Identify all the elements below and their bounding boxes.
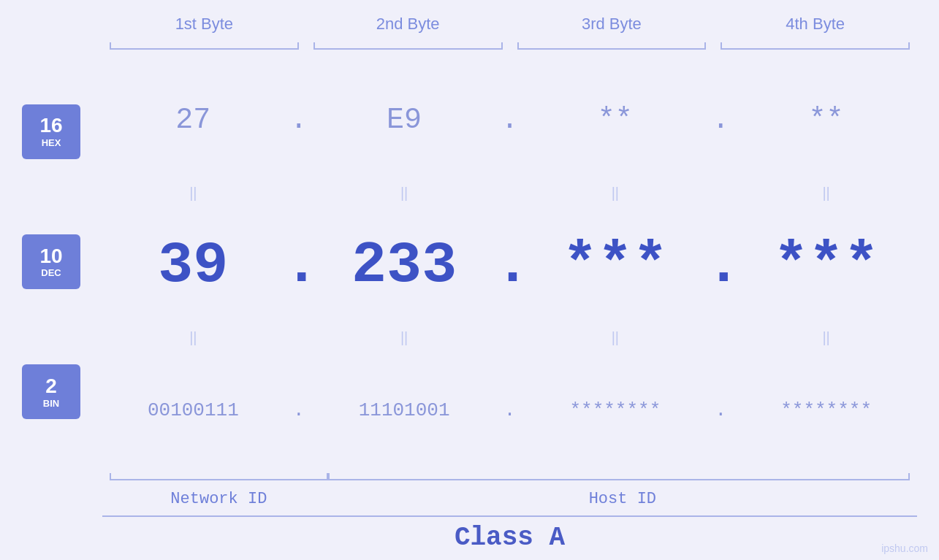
bin-dot1: . bbox=[284, 399, 313, 421]
byte-header-3: 3rd Byte bbox=[510, 15, 714, 34]
dec-label: DEC bbox=[41, 267, 61, 278]
eq2-b1: || bbox=[102, 329, 284, 346]
dec-number: 10 bbox=[39, 245, 62, 268]
bin-badge: 2 BIN bbox=[22, 364, 80, 419]
eq-divider-2: || || || || bbox=[102, 326, 917, 349]
dec-badge: 10 DEC bbox=[22, 234, 80, 289]
hex-row: 27 . E9 . ** . ** bbox=[102, 59, 917, 182]
badges-column: 16 HEX 10 DEC 2 BIN bbox=[22, 59, 102, 472]
eq1-b4: || bbox=[735, 185, 917, 202]
bin-dot2: . bbox=[495, 399, 525, 421]
bracket-1 bbox=[102, 41, 306, 55]
byte-header-2: 2nd Byte bbox=[306, 15, 510, 34]
bracket-3 bbox=[510, 41, 714, 55]
top-brackets bbox=[102, 41, 917, 55]
byte-headers: 1st Byte 2nd Byte 3rd Byte 4th Byte bbox=[102, 15, 939, 34]
eq1-b2: || bbox=[313, 185, 495, 202]
bottom-brackets bbox=[102, 472, 917, 486]
hex-label: HEX bbox=[42, 137, 61, 148]
eq2-b3: || bbox=[525, 329, 707, 346]
bin-dot3: . bbox=[706, 399, 735, 421]
bracket-2 bbox=[306, 41, 510, 55]
network-id-label: Network ID bbox=[102, 490, 328, 508]
class-bracket-area: Class A bbox=[102, 515, 917, 553]
host-bracket bbox=[328, 472, 917, 486]
bottom-area: Network ID Host ID bbox=[102, 472, 917, 508]
hex-byte4: ** bbox=[735, 104, 917, 137]
bin-byte1: 00100111 bbox=[102, 399, 284, 421]
dec-byte4: *** bbox=[735, 232, 917, 299]
bin-label: BIN bbox=[43, 398, 59, 409]
eq1-b1: || bbox=[102, 185, 284, 202]
bracket-4 bbox=[713, 41, 917, 55]
hex-badge: 16 HEX bbox=[22, 104, 80, 159]
bottom-labels: Network ID Host ID bbox=[102, 490, 917, 508]
bin-byte2: 11101001 bbox=[313, 399, 495, 421]
website-label: ipshu.com bbox=[881, 542, 928, 554]
eq1-b3: || bbox=[525, 185, 707, 202]
eq2-b4: || bbox=[735, 329, 917, 346]
dec-row: 39 . 233 . *** . *** bbox=[102, 204, 917, 327]
byte-header-4: 4th Byte bbox=[713, 15, 917, 34]
class-bracket-line bbox=[102, 515, 917, 517]
hex-byte1: 27 bbox=[102, 104, 284, 137]
byte-header-1: 1st Byte bbox=[102, 15, 306, 34]
eq-divider-1: || || || || bbox=[102, 182, 917, 204]
bin-row: 00100111 . 11101001 . ******** . *******… bbox=[102, 349, 917, 472]
hex-number: 16 bbox=[39, 115, 62, 137]
hex-dot3: . bbox=[706, 104, 735, 137]
dec-dot2: . bbox=[495, 232, 525, 299]
hex-dot1: . bbox=[284, 104, 313, 137]
hex-byte3: ** bbox=[525, 104, 707, 137]
combined-area: 16 HEX 10 DEC 2 BIN 27 . E9 . ** . ** bbox=[22, 59, 917, 472]
dec-dot1: . bbox=[284, 232, 313, 299]
eq2-b2: || bbox=[313, 329, 495, 346]
bin-byte3: ******** bbox=[525, 399, 707, 421]
hex-dot2: . bbox=[495, 104, 525, 137]
network-bracket bbox=[102, 472, 328, 486]
hex-byte2: E9 bbox=[313, 104, 495, 137]
dec-byte3: *** bbox=[525, 232, 707, 299]
dec-byte1: 39 bbox=[102, 232, 284, 299]
host-id-label: Host ID bbox=[328, 490, 917, 508]
dec-byte2: 233 bbox=[313, 232, 495, 299]
bin-number: 2 bbox=[45, 375, 57, 398]
bin-byte4: ******** bbox=[735, 399, 917, 421]
values-column: 27 . E9 . ** . ** || || || || 39 bbox=[102, 59, 917, 472]
main-container: 1st Byte 2nd Byte 3rd Byte 4th Byte 16 H… bbox=[0, 0, 939, 560]
class-label: Class A bbox=[102, 523, 917, 553]
dec-dot3: . bbox=[706, 232, 735, 299]
